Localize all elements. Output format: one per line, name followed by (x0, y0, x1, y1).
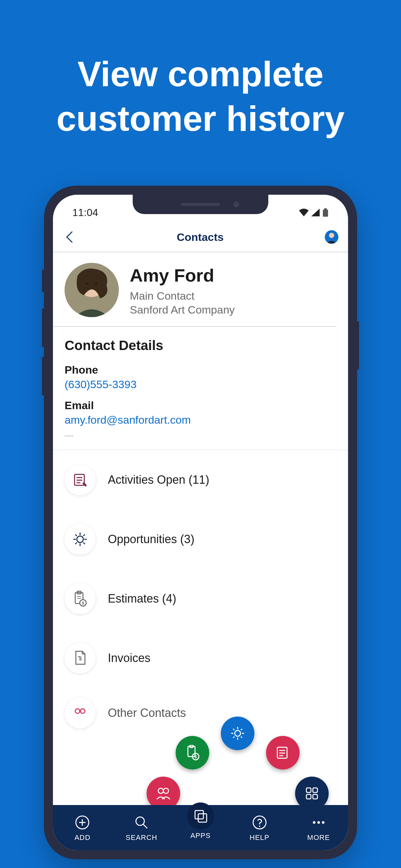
people-icon (156, 787, 171, 800)
svg-rect-52 (306, 795, 311, 799)
hero-line1: View complete (0, 52, 401, 96)
estimate-icon: $ (185, 745, 199, 761)
row-invoices[interactable]: $ Invoices (53, 628, 348, 688)
svg-rect-60 (198, 814, 207, 822)
nav-add[interactable]: ADD (53, 805, 112, 850)
svg-line-20 (75, 542, 77, 544)
row-activities[interactable]: Activities Open (11) (53, 450, 348, 509)
svg-point-12 (77, 536, 83, 542)
svg-line-42 (233, 729, 235, 730)
svg-line-18 (83, 542, 85, 544)
svg-point-37 (235, 731, 241, 736)
svg-line-44 (241, 729, 242, 730)
nav-label: ADD (74, 833, 90, 842)
list-icon (276, 746, 289, 760)
svg-point-62 (259, 826, 260, 827)
contact-name: Amy Ford (130, 265, 235, 286)
svg-point-65 (322, 821, 325, 824)
phone-power-button (357, 321, 359, 370)
nav-label: MORE (307, 833, 330, 842)
svg-line-45 (233, 737, 235, 738)
fab-activities[interactable] (266, 736, 300, 770)
phone-notch (133, 195, 268, 214)
contact-info: Amy Ford Main Contact Sanford Art Compan… (130, 263, 235, 317)
fab-opportunities[interactable] (221, 717, 254, 750)
row-label: Estimates (4) (108, 592, 176, 606)
search-icon (134, 815, 149, 830)
divider-dash: — (53, 426, 348, 440)
nav-label: HELP (250, 833, 269, 842)
svg-point-64 (317, 821, 320, 824)
avatar-icon (325, 230, 338, 244)
svg-point-30 (81, 709, 85, 713)
row-label: Activities Open (11) (108, 473, 209, 487)
svg-point-63 (313, 821, 315, 824)
phone-link[interactable]: (630)555-3393 (53, 378, 348, 391)
svg-point-32 (163, 788, 168, 794)
speaker (181, 203, 220, 206)
nav-label: SEARCH (126, 833, 157, 842)
front-camera (234, 202, 239, 207)
row-opportunities[interactable]: Opportunities (3) (53, 509, 348, 569)
status-icons (299, 208, 329, 217)
svg-point-31 (158, 788, 163, 794)
app-header: Contacts (53, 224, 348, 252)
person-icon (65, 263, 119, 317)
svg-rect-51 (313, 788, 317, 793)
contact-details-heading: Contact Details (53, 327, 348, 355)
chevron-left-icon (66, 231, 73, 243)
svg-point-57 (136, 817, 144, 826)
nav-more[interactable]: MORE (289, 805, 348, 850)
svg-point-29 (75, 709, 80, 713)
row-label: Invoices (108, 651, 150, 665)
row-label: Opportunities (3) (108, 532, 194, 546)
contact-hero: Amy Ford Main Contact Sanford Art Compan… (53, 252, 336, 327)
grid-icon (305, 786, 319, 800)
row-estimates[interactable]: $ Estimates (4) (53, 569, 348, 628)
activities-icon (65, 464, 96, 495)
svg-rect-1 (324, 208, 327, 210)
wifi-icon (299, 209, 309, 216)
svg-line-19 (83, 534, 85, 536)
svg-text:$: $ (194, 754, 197, 759)
email-link[interactable]: amy.ford@sanfordart.com (53, 414, 348, 426)
svg-line-58 (143, 825, 147, 828)
apps-icon (192, 808, 209, 824)
opportunities-icon (65, 524, 96, 555)
row-other-contacts[interactable]: Other Contacts (53, 688, 348, 732)
back-button[interactable] (63, 230, 75, 244)
contact-company: Sanford Art Company (130, 304, 235, 316)
phone-side-button (42, 308, 44, 347)
hero-line2: customer history (0, 96, 401, 141)
contact-role: Main Contact (130, 290, 235, 302)
phone-label: Phone (53, 355, 348, 378)
nav-apps[interactable]: APPS (171, 805, 230, 850)
invoices-icon: $ (65, 643, 96, 674)
phone-side-button (42, 357, 44, 396)
profile-avatar-button[interactable] (325, 230, 338, 244)
other-contacts-icon (65, 698, 96, 728)
estimates-icon: $ (65, 583, 96, 614)
nav-help[interactable]: HELP (230, 805, 289, 850)
phone-frame: 11:04 Contacts (44, 186, 357, 859)
svg-point-6 (86, 283, 89, 284)
page-title: Contacts (177, 231, 223, 244)
contact-photo[interactable] (65, 263, 119, 317)
email-label: Email (53, 391, 348, 414)
status-time: 11:04 (72, 207, 98, 219)
fab-estimates[interactable]: $ (176, 736, 209, 770)
svg-rect-53 (313, 795, 317, 799)
svg-point-7 (95, 283, 97, 284)
row-label: Other Contacts (108, 706, 186, 720)
hero-title: View complete customer history (0, 0, 401, 141)
svg-text:$: $ (82, 600, 84, 606)
more-icon (311, 819, 327, 826)
lightbulb-icon (230, 726, 245, 741)
svg-line-43 (241, 737, 242, 738)
svg-line-17 (75, 534, 77, 536)
bottom-nav: ADD SEARCH APPS HELP MORE (53, 805, 348, 850)
svg-rect-50 (306, 788, 311, 793)
phone-side-button (42, 270, 44, 292)
nav-search[interactable]: SEARCH (112, 805, 171, 850)
cellular-icon (311, 209, 320, 216)
